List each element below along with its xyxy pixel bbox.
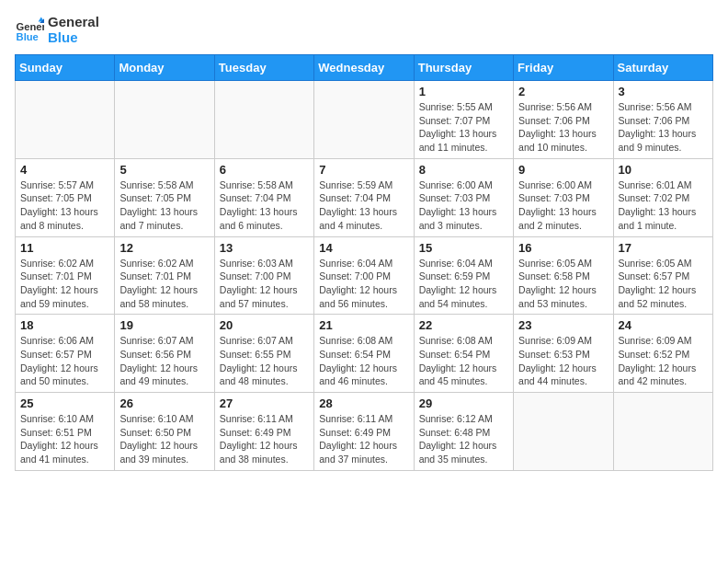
day-number: 26 [119, 396, 209, 410]
calendar-cell: 23Sunrise: 6:09 AMSunset: 6:53 PMDayligh… [514, 315, 613, 393]
day-number: 10 [619, 163, 708, 177]
calendar-cell [613, 393, 712, 471]
calendar-cell: 13Sunrise: 6:03 AMSunset: 7:00 PMDayligh… [214, 236, 313, 315]
calendar-week-row: 11Sunrise: 6:02 AMSunset: 7:01 PMDayligh… [16, 236, 713, 315]
day-info: Sunrise: 6:08 AMSunset: 6:54 PMDaylight:… [319, 334, 408, 388]
calendar-header-thursday: Thursday [414, 55, 513, 81]
day-number: 29 [419, 396, 508, 410]
calendar-cell: 25Sunrise: 6:10 AMSunset: 6:51 PMDayligh… [16, 393, 115, 471]
calendar-cell [16, 81, 115, 159]
day-info: Sunrise: 6:12 AMSunset: 6:48 PMDaylight:… [419, 412, 508, 466]
calendar-cell: 11Sunrise: 6:02 AMSunset: 7:01 PMDayligh… [16, 236, 115, 315]
calendar-header-monday: Monday [115, 55, 214, 81]
calendar-cell [314, 81, 414, 159]
day-number: 21 [319, 318, 408, 332]
day-info: Sunrise: 6:06 AMSunset: 6:57 PMDaylight:… [20, 334, 109, 388]
day-info: Sunrise: 6:05 AMSunset: 6:57 PMDaylight:… [619, 257, 708, 311]
day-number: 9 [518, 163, 608, 177]
day-number: 4 [20, 163, 109, 177]
calendar-cell: 7Sunrise: 5:59 AMSunset: 7:04 PMDaylight… [314, 158, 414, 236]
day-info: Sunrise: 6:02 AMSunset: 7:01 PMDaylight:… [119, 257, 209, 311]
calendar-cell [214, 81, 313, 159]
day-number: 13 [220, 241, 309, 255]
calendar-cell: 18Sunrise: 6:06 AMSunset: 6:57 PMDayligh… [16, 315, 115, 393]
day-info: Sunrise: 6:11 AMSunset: 6:49 PMDaylight:… [220, 412, 309, 466]
day-info: Sunrise: 5:58 AMSunset: 7:04 PMDaylight:… [220, 178, 309, 233]
day-number: 15 [419, 241, 508, 255]
day-info: Sunrise: 6:11 AMSunset: 6:49 PMDaylight:… [319, 412, 408, 466]
day-number: 5 [119, 163, 209, 177]
calendar-header-friday: Friday [514, 55, 613, 81]
calendar-cell: 20Sunrise: 6:07 AMSunset: 6:55 PMDayligh… [214, 315, 313, 393]
day-number: 7 [319, 163, 408, 177]
day-number: 28 [319, 396, 408, 410]
logo-general: General [48, 15, 99, 30]
day-number: 24 [619, 318, 708, 332]
calendar-cell: 1Sunrise: 5:55 AMSunset: 7:07 PMDaylight… [414, 81, 513, 159]
day-number: 3 [619, 85, 708, 98]
calendar-cell: 27Sunrise: 6:11 AMSunset: 6:49 PMDayligh… [214, 393, 313, 471]
calendar-cell: 9Sunrise: 6:00 AMSunset: 7:03 PMDaylight… [514, 158, 613, 236]
calendar-cell: 28Sunrise: 6:11 AMSunset: 6:49 PMDayligh… [314, 393, 414, 471]
logo-icon: General Blue [15, 16, 44, 45]
day-number: 17 [619, 241, 708, 255]
day-info: Sunrise: 6:00 AMSunset: 7:03 PMDaylight:… [518, 178, 608, 233]
calendar-header-sunday: Sunday [16, 55, 115, 81]
day-number: 20 [220, 318, 309, 332]
calendar-week-row: 25Sunrise: 6:10 AMSunset: 6:51 PMDayligh… [16, 393, 713, 471]
calendar-cell: 14Sunrise: 6:04 AMSunset: 7:00 PMDayligh… [314, 236, 414, 315]
calendar-week-row: 1Sunrise: 5:55 AMSunset: 7:07 PMDaylight… [16, 81, 713, 159]
day-info: Sunrise: 6:07 AMSunset: 6:55 PMDaylight:… [220, 334, 309, 388]
day-info: Sunrise: 6:04 AMSunset: 6:59 PMDaylight:… [419, 257, 508, 311]
day-number: 25 [20, 396, 109, 410]
day-info: Sunrise: 6:09 AMSunset: 6:53 PMDaylight:… [518, 334, 608, 388]
day-number: 23 [518, 318, 608, 332]
calendar-cell: 26Sunrise: 6:10 AMSunset: 6:50 PMDayligh… [115, 393, 214, 471]
calendar-cell [115, 81, 214, 159]
calendar-cell: 16Sunrise: 6:05 AMSunset: 6:58 PMDayligh… [514, 236, 613, 315]
day-info: Sunrise: 6:02 AMSunset: 7:01 PMDaylight:… [20, 257, 109, 311]
day-number: 1 [419, 85, 508, 98]
day-number: 12 [119, 241, 209, 255]
calendar-cell: 24Sunrise: 6:09 AMSunset: 6:52 PMDayligh… [613, 315, 712, 393]
day-number: 11 [20, 241, 109, 255]
calendar-week-row: 18Sunrise: 6:06 AMSunset: 6:57 PMDayligh… [16, 315, 713, 393]
calendar-cell: 22Sunrise: 6:08 AMSunset: 6:54 PMDayligh… [414, 315, 513, 393]
calendar-table: SundayMondayTuesdayWednesdayThursdayFrid… [15, 54, 713, 471]
calendar-cell: 19Sunrise: 6:07 AMSunset: 6:56 PMDayligh… [115, 315, 214, 393]
calendar-cell: 5Sunrise: 5:58 AMSunset: 7:05 PMDaylight… [115, 158, 214, 236]
day-number: 8 [419, 163, 508, 177]
calendar-header-saturday: Saturday [613, 55, 712, 81]
calendar-cell: 2Sunrise: 5:56 AMSunset: 7:06 PMDaylight… [514, 81, 613, 159]
calendar-cell: 10Sunrise: 6:01 AMSunset: 7:02 PMDayligh… [613, 158, 712, 236]
calendar-cell: 15Sunrise: 6:04 AMSunset: 6:59 PMDayligh… [414, 236, 513, 315]
day-info: Sunrise: 6:07 AMSunset: 6:56 PMDaylight:… [119, 334, 209, 388]
day-number: 16 [518, 241, 608, 255]
day-number: 18 [20, 318, 109, 332]
calendar-cell: 4Sunrise: 5:57 AMSunset: 7:05 PMDaylight… [16, 158, 115, 236]
calendar-cell: 29Sunrise: 6:12 AMSunset: 6:48 PMDayligh… [414, 393, 513, 471]
calendar-header-row: SundayMondayTuesdayWednesdayThursdayFrid… [16, 55, 713, 81]
calendar-header-wednesday: Wednesday [314, 55, 414, 81]
calendar-cell: 17Sunrise: 6:05 AMSunset: 6:57 PMDayligh… [613, 236, 712, 315]
calendar-header-tuesday: Tuesday [214, 55, 313, 81]
day-info: Sunrise: 6:04 AMSunset: 7:00 PMDaylight:… [319, 257, 408, 311]
calendar-cell: 12Sunrise: 6:02 AMSunset: 7:01 PMDayligh… [115, 236, 214, 315]
day-info: Sunrise: 6:10 AMSunset: 6:50 PMDaylight:… [119, 412, 209, 466]
calendar-week-row: 4Sunrise: 5:57 AMSunset: 7:05 PMDaylight… [16, 158, 713, 236]
day-info: Sunrise: 6:03 AMSunset: 7:00 PMDaylight:… [220, 257, 309, 311]
day-info: Sunrise: 5:58 AMSunset: 7:05 PMDaylight:… [119, 178, 209, 233]
day-number: 19 [119, 318, 209, 332]
day-info: Sunrise: 5:55 AMSunset: 7:07 PMDaylight:… [419, 100, 508, 155]
day-info: Sunrise: 5:59 AMSunset: 7:04 PMDaylight:… [319, 178, 408, 233]
day-info: Sunrise: 6:05 AMSunset: 6:58 PMDaylight:… [518, 257, 608, 311]
day-number: 2 [518, 85, 608, 98]
svg-text:Blue: Blue [17, 31, 39, 42]
day-info: Sunrise: 6:08 AMSunset: 6:54 PMDaylight:… [419, 334, 508, 388]
day-info: Sunrise: 6:09 AMSunset: 6:52 PMDaylight:… [619, 334, 708, 388]
day-info: Sunrise: 6:01 AMSunset: 7:02 PMDaylight:… [619, 178, 708, 233]
day-info: Sunrise: 6:00 AMSunset: 7:03 PMDaylight:… [419, 178, 508, 233]
day-number: 14 [319, 241, 408, 255]
calendar-cell [514, 393, 613, 471]
page-header: General Blue General Blue [15, 15, 713, 45]
